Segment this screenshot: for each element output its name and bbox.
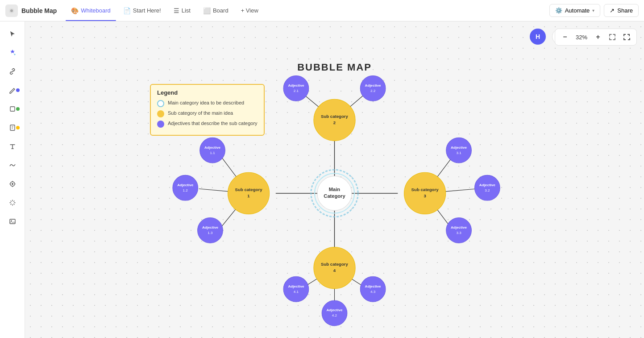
svg-point-44	[200, 138, 225, 163]
svg-point-74	[360, 276, 386, 302]
tab-whiteboard[interactable]: 🎨 Whiteboard	[66, 4, 116, 17]
svg-text:Adjective: Adjective	[451, 225, 467, 230]
svg-text:4.1: 4.1	[294, 290, 299, 294]
svg-point-68	[283, 276, 309, 302]
shape-dot	[16, 107, 20, 111]
svg-text:1: 1	[247, 193, 250, 198]
tab-add-view[interactable]: + View	[236, 4, 264, 17]
svg-text:2.2: 2.2	[370, 89, 376, 93]
svg-point-59	[446, 138, 472, 163]
note-dot	[16, 126, 20, 129]
sidebar-image-tool[interactable]	[4, 213, 21, 230]
board-icon: ⬜	[203, 7, 211, 14]
svg-point-53	[283, 76, 309, 101]
svg-point-65	[446, 218, 472, 243]
svg-point-50	[198, 218, 223, 243]
sidebar-effects-tool[interactable]	[4, 194, 21, 212]
share-button[interactable]: ↗ Share	[604, 4, 639, 17]
svg-text:Main: Main	[329, 187, 341, 192]
sidebar-pen-tool[interactable]	[4, 81, 21, 99]
main-area: H ℹ − 32% + BUBBLE MAP Legend Main categ…	[0, 21, 644, 338]
svg-text:4: 4	[333, 268, 336, 273]
sidebar-text-tool[interactable]	[4, 138, 21, 155]
sidebar-draw-tool[interactable]	[4, 156, 21, 174]
canvas-area[interactable]: H ℹ − 32% + BUBBLE MAP Legend Main categ…	[25, 21, 644, 338]
svg-text:1.2: 1.2	[183, 188, 188, 192]
nav-right: ⚙️ Automate ▾ ↗ Share	[549, 4, 639, 17]
svg-text:Sub category: Sub category	[235, 187, 263, 192]
svg-text:Category: Category	[324, 193, 345, 199]
svg-point-11	[11, 220, 12, 221]
svg-point-47	[173, 175, 198, 200]
sidebar-link-tool[interactable]	[4, 63, 21, 80]
svg-rect-3	[10, 125, 15, 130]
top-nav: Bubble Map 🎨 Whiteboard 📄 Start Here! ☰ …	[0, 0, 644, 21]
svg-text:Sub category: Sub category	[321, 114, 349, 119]
bubble-map-svg: Main Category Sub category 1 Sub categor…	[25, 21, 644, 338]
svg-text:4.2: 4.2	[332, 313, 337, 317]
svg-text:1.1: 1.1	[210, 151, 215, 155]
svg-text:Sub category: Sub category	[411, 187, 439, 192]
tab-board[interactable]: ⬜ Board	[198, 4, 234, 17]
svg-text:3.1: 3.1	[456, 151, 461, 155]
share-icon: ↗	[610, 7, 615, 14]
svg-text:2: 2	[333, 120, 336, 125]
svg-text:Adjective: Adjective	[288, 83, 304, 88]
svg-text:3.2: 3.2	[485, 188, 490, 192]
svg-text:Adjective: Adjective	[288, 284, 304, 288]
svg-text:4.3: 4.3	[370, 290, 376, 294]
svg-text:Adjective: Adjective	[202, 225, 218, 230]
svg-text:Adjective: Adjective	[365, 83, 381, 88]
whiteboard-icon: 🎨	[71, 7, 79, 14]
sidebar-cursor-tool[interactable]	[4, 25, 21, 43]
sidebar-magic-tool[interactable]	[4, 44, 21, 62]
tab-list[interactable]: ☰ List	[168, 4, 196, 17]
svg-text:Adjective: Adjective	[204, 146, 220, 150]
automate-button[interactable]: ⚙️ Automate ▾	[549, 4, 601, 17]
svg-text:1.3: 1.3	[208, 231, 213, 235]
svg-point-56	[360, 76, 386, 101]
pen-dot	[16, 88, 20, 92]
svg-text:Adjective: Adjective	[365, 284, 381, 288]
svg-point-1	[10, 9, 13, 12]
svg-text:3: 3	[424, 193, 426, 198]
svg-point-71	[322, 300, 347, 326]
svg-text:Adjective: Adjective	[327, 308, 343, 312]
automate-dropdown-arrow: ▾	[592, 8, 594, 13]
svg-text:Adjective: Adjective	[177, 183, 193, 187]
list-icon: ☰	[174, 7, 179, 14]
svg-point-62	[474, 175, 500, 200]
automate-icon: ⚙️	[555, 7, 562, 14]
svg-rect-2	[10, 107, 15, 111]
start-here-icon: 📄	[123, 7, 131, 14]
svg-text:Adjective: Adjective	[479, 183, 495, 187]
svg-text:3.3: 3.3	[456, 231, 461, 235]
tab-start-here[interactable]: 📄 Start Here!	[118, 4, 166, 17]
svg-rect-10	[10, 219, 15, 224]
app-name: Bubble Map	[21, 7, 57, 14]
sidebar-shape-tool[interactable]	[4, 100, 21, 118]
left-sidebar	[0, 21, 25, 338]
svg-text:Adjective: Adjective	[451, 146, 467, 150]
app-icon	[5, 4, 18, 17]
sidebar-note-tool[interactable]	[4, 119, 21, 137]
svg-point-5	[12, 183, 13, 185]
svg-text:2.1: 2.1	[294, 89, 299, 93]
svg-text:Sub category: Sub category	[321, 262, 349, 267]
sidebar-diagram-tool[interactable]	[4, 175, 21, 193]
